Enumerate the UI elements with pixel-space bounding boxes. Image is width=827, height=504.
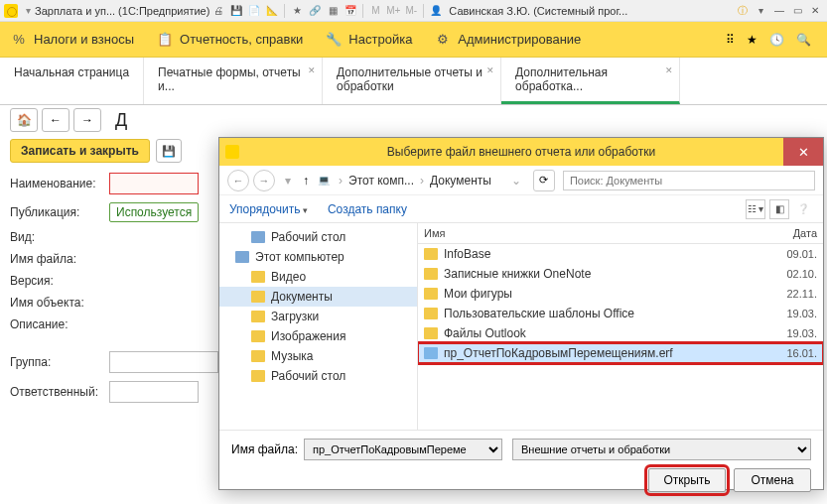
- file-row[interactable]: Записные книжки OneNote02.10.: [418, 264, 823, 284]
- search-icon[interactable]: 🔍: [796, 33, 811, 47]
- star-icon[interactable]: ★: [289, 3, 305, 19]
- save-close-button[interactable]: Записать и закрыть: [10, 139, 150, 163]
- file-row[interactable]: Файлы Outlook19.03.: [418, 323, 823, 343]
- file-name: Мои фигуры: [444, 287, 767, 301]
- pc-icon: [251, 231, 265, 243]
- tab-home[interactable]: Начальная страница: [0, 58, 144, 104]
- nav-taxes[interactable]: % Налоги и взносы: [10, 31, 134, 49]
- favorites-icon[interactable]: ★: [747, 33, 758, 47]
- view-mode-button[interactable]: ☷ ▾: [746, 199, 765, 219]
- tab-label: Печатные формы, отчеты и...: [158, 65, 301, 93]
- dropdown-icon[interactable]: ▾: [26, 5, 31, 16]
- folder-icon: [251, 350, 265, 362]
- tree-item[interactable]: Изображения: [219, 326, 417, 346]
- name-input[interactable]: [109, 173, 199, 194]
- back-button[interactable]: ←: [42, 108, 69, 132]
- minimize-button[interactable]: —: [771, 4, 787, 18]
- info-icon[interactable]: ⓘ: [735, 3, 751, 19]
- search-box: [563, 171, 815, 190]
- tab-label: Дополнительная обработка...: [515, 65, 608, 93]
- refresh-button[interactable]: ⟳: [533, 170, 555, 191]
- app-icon: [4, 4, 18, 18]
- col-name[interactable]: Имя: [424, 227, 767, 239]
- filename-combo[interactable]: пр_ОтчетПоКадровымПереме: [304, 439, 502, 460]
- cancel-button[interactable]: Отмена: [734, 468, 811, 492]
- wrench-icon: 🔧: [325, 31, 343, 49]
- doc-icon[interactable]: 📄: [246, 3, 262, 19]
- separator: [423, 4, 424, 18]
- table-icon[interactable]: ▦: [325, 3, 341, 19]
- tree-label: Музыка: [271, 349, 313, 363]
- tab-bar: Начальная страница Печатные формы, отчет…: [0, 58, 827, 105]
- tab-extra-reports[interactable]: Дополнительные отчеты и обработки ✕: [323, 58, 501, 104]
- breadcrumb-item[interactable]: Этот комп...: [348, 174, 414, 188]
- tree-item[interactable]: Рабочий стол: [219, 366, 417, 386]
- maximize-button[interactable]: ▭: [789, 4, 805, 18]
- m-minus-icon[interactable]: M-: [403, 3, 419, 19]
- file-row[interactable]: пр_ОтчетПоКадровымПеремещениям.erf16.01.: [418, 343, 823, 363]
- folder-icon: [251, 271, 265, 283]
- file-row[interactable]: InfoBase09.01.: [418, 244, 823, 264]
- close-icon[interactable]: ✕: [486, 63, 494, 77]
- gear-icon: ⚙: [434, 31, 452, 49]
- close-button[interactable]: ✕: [807, 4, 823, 18]
- folder-icon: [424, 248, 438, 260]
- pc-icon: [235, 251, 249, 263]
- nav-label: Администрирование: [458, 32, 581, 47]
- group-input[interactable]: [109, 351, 218, 373]
- organize-menu[interactable]: Упорядочить: [229, 202, 308, 216]
- page-title: Д: [115, 110, 127, 131]
- tab-extra-processing[interactable]: Дополнительная обработка... ✕: [501, 58, 680, 104]
- tree-item[interactable]: Видео: [219, 267, 417, 287]
- save-button[interactable]: 💾: [156, 139, 182, 163]
- dropdown-icon[interactable]: ▾: [753, 3, 768, 19]
- file-row[interactable]: Пользовательские шаблоны Office19.03.: [418, 304, 823, 323]
- tree-item[interactable]: Документы: [219, 287, 417, 307]
- new-folder-button[interactable]: Создать папку: [328, 202, 407, 216]
- calc-icon[interactable]: 📐: [264, 3, 280, 19]
- nav-forward-button[interactable]: →: [253, 170, 275, 191]
- link-icon[interactable]: 🔗: [307, 3, 323, 19]
- history-icon[interactable]: 🕓: [769, 33, 784, 47]
- file-name: Пользовательские шаблоны Office: [444, 307, 767, 320]
- chevron-up-icon[interactable]: ▾: [285, 174, 291, 188]
- folder-icon: [251, 291, 265, 303]
- file-name: пр_ОтчетПоКадровымПеремещениям.erf: [444, 346, 767, 360]
- tree-item[interactable]: Этот компьютер: [219, 247, 417, 267]
- filetype-combo[interactable]: Внешние отчеты и обработки: [512, 439, 811, 460]
- close-icon[interactable]: ✕: [308, 63, 316, 77]
- m-icon[interactable]: M: [367, 3, 383, 19]
- forward-button[interactable]: →: [73, 108, 101, 132]
- tree-item[interactable]: Рабочий стол: [219, 227, 417, 247]
- nav-back-button[interactable]: ←: [227, 170, 249, 191]
- responsible-input[interactable]: [109, 381, 199, 403]
- calendar-icon[interactable]: 📅: [343, 3, 358, 19]
- dialog-close-button[interactable]: ✕: [783, 138, 823, 166]
- tree-item[interactable]: Музыка: [219, 346, 417, 366]
- chevron-down-icon[interactable]: ⌄: [511, 174, 521, 188]
- file-date: 22.11.: [767, 288, 817, 300]
- apps-icon[interactable]: ⠿: [726, 33, 735, 47]
- nav-reports[interactable]: 📋 Отчетность, справки: [156, 31, 303, 49]
- breadcrumb-item[interactable]: Документы: [430, 174, 491, 188]
- nav-settings[interactable]: 🔧 Настройка: [325, 31, 412, 49]
- search-input[interactable]: [563, 171, 815, 190]
- open-button[interactable]: Открыть: [648, 468, 726, 492]
- tree-item[interactable]: Загрузки: [219, 307, 417, 326]
- separator: [284, 4, 285, 18]
- file-row[interactable]: Мои фигуры22.11.: [418, 284, 823, 304]
- publication-value[interactable]: Используется: [109, 202, 199, 222]
- m-plus-icon[interactable]: M+: [385, 3, 401, 19]
- col-date[interactable]: Дата: [767, 227, 817, 239]
- close-icon[interactable]: ✕: [665, 63, 673, 77]
- home-button[interactable]: 🏠: [10, 108, 38, 132]
- tab-printforms[interactable]: Печатные формы, отчеты и... ✕: [144, 58, 323, 104]
- print-icon[interactable]: 🖨: [210, 3, 226, 19]
- preview-pane-button[interactable]: ◧: [769, 199, 789, 219]
- save-icon[interactable]: 💾: [228, 3, 244, 19]
- tree-label: Документы: [271, 290, 333, 304]
- app-icon: [225, 145, 239, 159]
- help-icon[interactable]: ❔: [793, 199, 813, 219]
- nav-up-button[interactable]: ↑: [303, 174, 309, 188]
- nav-admin[interactable]: ⚙ Администрирование: [434, 31, 581, 49]
